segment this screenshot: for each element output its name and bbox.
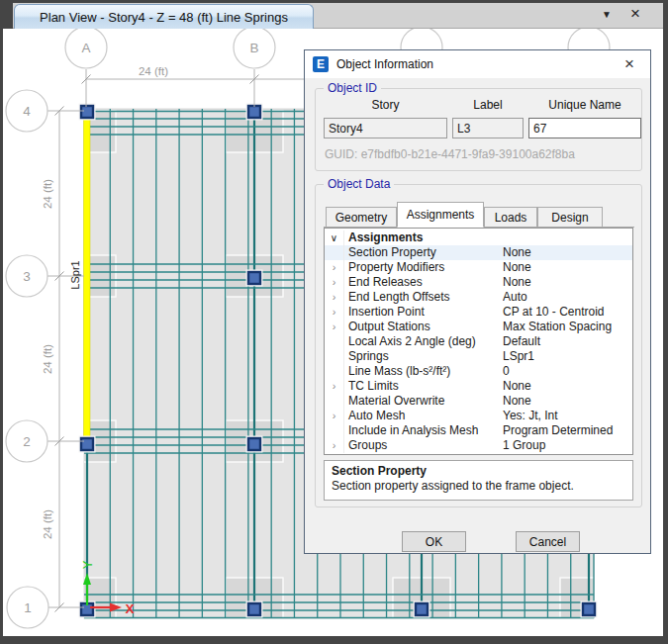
property-name: Insertion Point xyxy=(344,305,503,320)
table-row[interactable]: ›Property ModifiersNone xyxy=(325,260,632,275)
x-axis-label: X xyxy=(125,601,134,616)
assignments-table: ∨AssignmentsSection PropertyNone›Propert… xyxy=(324,228,633,455)
left-dimension-label: 24 (ft) xyxy=(42,344,53,374)
selected-line-spring[interactable] xyxy=(84,112,91,444)
property-name: Section Property xyxy=(344,245,503,260)
table-row[interactable]: Section PropertyNone xyxy=(325,245,632,260)
expand-chevron-icon[interactable]: › xyxy=(325,305,344,320)
property-name: TC Limits xyxy=(344,379,503,394)
table-row[interactable]: SpringsLSpr1 xyxy=(325,349,632,364)
property-name: Property Modifiers xyxy=(344,260,503,275)
expand-chevron-icon[interactable]: › xyxy=(325,320,344,334)
cancel-button[interactable]: Cancel xyxy=(516,531,580,552)
unique-name-field[interactable] xyxy=(528,118,641,138)
tab-loads[interactable]: Loads xyxy=(484,207,537,228)
property-name: End Releases xyxy=(344,275,503,290)
property-value: 1 Group xyxy=(503,438,632,453)
property-value: Max Station Spacing xyxy=(503,320,632,334)
dialog-close-icon[interactable]: × xyxy=(617,54,642,74)
property-name: End Length Offsets xyxy=(344,290,503,305)
table-row[interactable]: ›Groups1 Group xyxy=(325,438,632,453)
tabbar-corner xyxy=(3,3,13,29)
view-tab-title: Plan View - Story4 - Z = 48 (ft) Line Sp… xyxy=(40,10,288,25)
property-value: None xyxy=(503,275,632,290)
left-dimension-label: 24 (ft) xyxy=(42,509,53,539)
expand-chevron-icon[interactable]: › xyxy=(325,379,344,394)
joint-node[interactable] xyxy=(248,272,260,284)
tab-list-dropdown-icon[interactable]: ▼ xyxy=(602,9,612,20)
description-title: Section Property xyxy=(332,464,625,478)
table-row[interactable]: ›End ReleasesNone xyxy=(325,275,632,290)
expand-chevron-icon[interactable]: › xyxy=(325,290,344,305)
grid-bubble-label: 2 xyxy=(23,434,31,449)
joint-node[interactable] xyxy=(416,603,428,615)
property-value: Auto xyxy=(503,290,632,305)
property-name: Groups xyxy=(344,438,503,453)
property-value: Program Determined xyxy=(503,423,632,438)
property-value: None xyxy=(503,394,632,409)
description-text: Section property assigned to the frame o… xyxy=(332,479,625,493)
object-data-tabstrip: GeometryAssignmentsLoadsDesign xyxy=(324,203,634,228)
story-header: Story xyxy=(324,98,447,112)
property-name: Line Mass (lb-s²/ft²) xyxy=(344,364,503,379)
table-row[interactable]: ›Auto MeshYes: Jt, Int xyxy=(325,409,632,423)
table-row[interactable]: ›Insertion PointCP at 10 - Centroid xyxy=(325,305,632,320)
dialog-title: Object Information xyxy=(336,57,433,71)
table-row[interactable]: ›End Length OffsetsAuto xyxy=(325,290,632,305)
grid-bubble-label: 4 xyxy=(23,104,31,119)
tab-design[interactable]: Design xyxy=(537,207,603,228)
object-id-legend: Object ID xyxy=(324,81,381,95)
view-tabbar: Plan View - Story4 - Z = 48 (ft) Line Sp… xyxy=(3,3,663,29)
property-name: Springs xyxy=(344,349,503,364)
dialog-titlebar[interactable]: E Object Information × xyxy=(305,50,650,78)
table-row[interactable]: ›TC LimitsNone xyxy=(325,379,632,394)
expand-chevron-icon[interactable]: › xyxy=(325,438,344,453)
spring-assignment-label: LSpr1 xyxy=(69,260,81,289)
property-name: Local Axis 2 Angle (deg) xyxy=(344,334,503,349)
property-name: Material Overwrite xyxy=(344,394,503,409)
row-gutter xyxy=(325,423,344,438)
property-value: Yes: Jt, Int xyxy=(503,409,632,423)
top-dimension-label: 24 (ft) xyxy=(139,65,168,77)
joint-node[interactable] xyxy=(248,438,260,450)
expand-chevron-icon[interactable]: ∨ xyxy=(325,230,344,245)
table-row[interactable]: Line Mass (lb-s²/ft²)0 xyxy=(325,364,632,379)
left-dimension-label: 24 (ft) xyxy=(42,179,53,209)
ok-button[interactable]: OK xyxy=(402,531,466,552)
joint-node[interactable] xyxy=(248,106,260,118)
grid-bubble-label: 3 xyxy=(23,269,31,284)
table-row[interactable]: Include in Analysis MeshProgram Determin… xyxy=(325,423,632,438)
property-name: Output Stations xyxy=(344,320,503,334)
unique-name-header: Unique Name xyxy=(528,98,641,112)
property-value: LSpr1 xyxy=(503,349,632,364)
table-row[interactable]: Local Axis 2 Angle (deg)Default xyxy=(325,334,632,349)
property-value: Default xyxy=(503,334,632,349)
joint-node[interactable] xyxy=(583,603,595,615)
object-data-group: Object Data GeometryAssignmentsLoadsDesi… xyxy=(315,184,642,507)
property-value: None xyxy=(503,260,632,275)
property-name: Auto Mesh xyxy=(344,409,503,423)
table-row[interactable]: Material OverwriteNone xyxy=(325,394,632,409)
joint-node[interactable] xyxy=(248,603,260,615)
joint-node[interactable] xyxy=(81,438,93,450)
row-gutter xyxy=(325,364,344,379)
grid-bubble-label: A xyxy=(81,41,90,55)
row-gutter xyxy=(325,245,344,260)
table-group-header[interactable]: ∨Assignments xyxy=(325,230,632,245)
expand-chevron-icon[interactable]: › xyxy=(325,260,344,275)
expand-chevron-icon[interactable]: › xyxy=(325,409,344,423)
application-window: { "window": { "tab_title": "Plan View - … xyxy=(0,0,668,644)
expand-chevron-icon[interactable]: › xyxy=(325,275,344,290)
row-gutter xyxy=(325,349,344,364)
view-tab[interactable]: Plan View - Story4 - Z = 48 (ft) Line Sp… xyxy=(14,4,314,29)
tab-geometry[interactable]: Geometry xyxy=(326,207,397,228)
tab-assignments[interactable]: Assignments xyxy=(397,202,484,228)
object-information-dialog: E Object Information × Object ID Story L… xyxy=(304,49,651,554)
joint-node[interactable] xyxy=(81,106,93,118)
view-close-icon[interactable]: × xyxy=(630,4,640,24)
property-value: None xyxy=(503,379,632,394)
object-data-legend: Object Data xyxy=(324,177,394,191)
table-row[interactable]: ›Output StationsMax Station Spacing xyxy=(325,320,632,334)
object-id-group: Object ID Story Label Unique Name GUID: … xyxy=(315,88,642,171)
property-name: Include in Analysis Mesh xyxy=(344,423,503,438)
